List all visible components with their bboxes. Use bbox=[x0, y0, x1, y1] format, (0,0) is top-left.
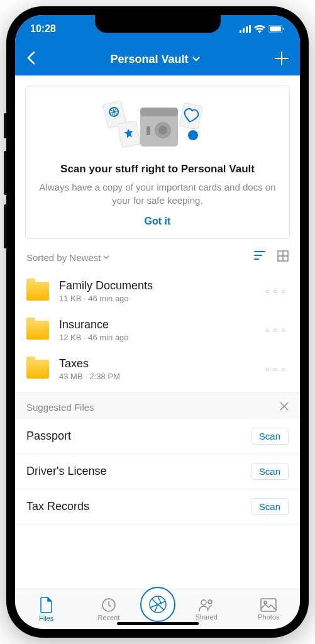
camera-scan-button[interactable] bbox=[140, 587, 175, 622]
suggested-name: Driver's License bbox=[26, 465, 106, 478]
scan-button[interactable]: Scan bbox=[251, 498, 289, 515]
tab-label: Shared bbox=[195, 613, 217, 621]
svg-point-16 bbox=[188, 130, 198, 140]
scan-button[interactable]: Scan bbox=[251, 463, 289, 480]
status-indicators bbox=[240, 25, 285, 33]
chevron-down-icon bbox=[192, 57, 200, 62]
file-row[interactable]: Taxes 43 MB · 2:38 PM ○ ○ ○ bbox=[25, 351, 290, 390]
file-row[interactable]: Insurance 12 KB · 46 min ago ○ ○ ○ bbox=[25, 312, 290, 351]
tab-label: Photos bbox=[258, 613, 279, 621]
chevron-down-icon bbox=[103, 255, 109, 260]
close-icon bbox=[280, 402, 289, 411]
content-area: Scan your stuff right to Personal Vault … bbox=[15, 75, 300, 589]
folder-icon bbox=[26, 360, 49, 379]
suggested-row: Passport Scan bbox=[15, 419, 300, 454]
aperture-icon bbox=[148, 595, 167, 614]
wifi-icon bbox=[254, 25, 265, 33]
promo-dismiss-button[interactable]: Got it bbox=[35, 216, 280, 227]
file-name: Family Documents bbox=[59, 279, 253, 292]
add-button[interactable] bbox=[275, 48, 289, 70]
sort-lines-icon bbox=[253, 250, 266, 260]
sort-label-text: Sorted by Newest bbox=[26, 252, 101, 263]
grid-view-button[interactable] bbox=[277, 250, 289, 264]
suggested-row: Tax Records Scan bbox=[15, 489, 300, 525]
tab-shared[interactable]: Shared bbox=[175, 598, 238, 621]
svg-rect-3 bbox=[249, 25, 251, 33]
suggested-name: Passport bbox=[26, 430, 71, 443]
file-more-button[interactable]: ○ ○ ○ bbox=[263, 287, 289, 296]
svg-point-23 bbox=[264, 601, 267, 604]
grid-icon bbox=[277, 250, 289, 262]
svg-point-20 bbox=[201, 600, 206, 605]
tab-label: Files bbox=[39, 614, 53, 622]
plus-icon bbox=[275, 52, 289, 65]
sort-lines-button[interactable] bbox=[253, 250, 266, 264]
svg-rect-22 bbox=[261, 599, 276, 611]
suggested-header: Suggested Files bbox=[26, 402, 94, 413]
file-meta: 43 MB · 2:38 PM bbox=[59, 372, 253, 381]
svg-point-13 bbox=[158, 126, 167, 135]
folder-icon bbox=[26, 321, 49, 340]
svg-rect-1 bbox=[243, 28, 245, 33]
promo-title: Scan your stuff right to Personal Vault bbox=[35, 163, 280, 175]
home-indicator[interactable] bbox=[117, 622, 199, 625]
svg-rect-14 bbox=[146, 126, 150, 135]
suggested-name: Tax Records bbox=[26, 500, 89, 513]
nav-title-text: Personal Vault bbox=[110, 53, 188, 66]
svg-rect-5 bbox=[270, 26, 281, 31]
file-more-button[interactable]: ○ ○ ○ bbox=[263, 326, 289, 335]
file-meta: 12 KB · 46 min ago bbox=[59, 333, 253, 342]
chevron-left-icon bbox=[26, 51, 35, 65]
file-name: Insurance bbox=[59, 318, 253, 331]
clock-icon bbox=[101, 597, 116, 613]
svg-point-21 bbox=[208, 600, 212, 604]
promo-card: Scan your stuff right to Personal Vault … bbox=[25, 86, 290, 239]
tab-label: Recent bbox=[97, 614, 119, 621]
nav-title-dropdown[interactable]: Personal Vault bbox=[110, 53, 199, 66]
back-button[interactable] bbox=[26, 49, 35, 69]
svg-rect-6 bbox=[283, 28, 284, 30]
svg-rect-2 bbox=[246, 26, 248, 33]
file-name: Taxes bbox=[59, 357, 253, 370]
scan-button[interactable]: Scan bbox=[251, 428, 289, 445]
file-more-button[interactable]: ○ ○ ○ bbox=[263, 365, 289, 374]
svg-rect-15 bbox=[179, 103, 202, 130]
status-time: 10:28 bbox=[30, 23, 56, 35]
suggested-close-button[interactable] bbox=[280, 402, 289, 413]
tab-recent[interactable]: Recent bbox=[77, 597, 140, 621]
image-icon bbox=[260, 598, 277, 612]
svg-rect-11 bbox=[140, 108, 178, 116]
tab-files[interactable]: Files bbox=[15, 597, 77, 622]
tab-photos[interactable]: Photos bbox=[238, 598, 300, 621]
battery-icon bbox=[268, 25, 285, 33]
file-icon bbox=[40, 597, 53, 613]
folder-icon bbox=[26, 282, 49, 301]
svg-rect-0 bbox=[240, 30, 241, 33]
suggested-row: Driver's License Scan bbox=[15, 454, 300, 489]
people-icon bbox=[198, 598, 214, 612]
file-row[interactable]: Family Documents 11 KB · 46 min ago ○ ○ … bbox=[25, 273, 290, 312]
sort-dropdown[interactable]: Sorted by Newest bbox=[26, 252, 109, 263]
file-meta: 11 KB · 46 min ago bbox=[59, 294, 253, 303]
signal-icon bbox=[240, 25, 251, 33]
promo-body: Always have a copy of your important car… bbox=[35, 180, 280, 207]
promo-illustration bbox=[35, 99, 280, 154]
nav-bar: Personal Vault bbox=[15, 43, 300, 75]
